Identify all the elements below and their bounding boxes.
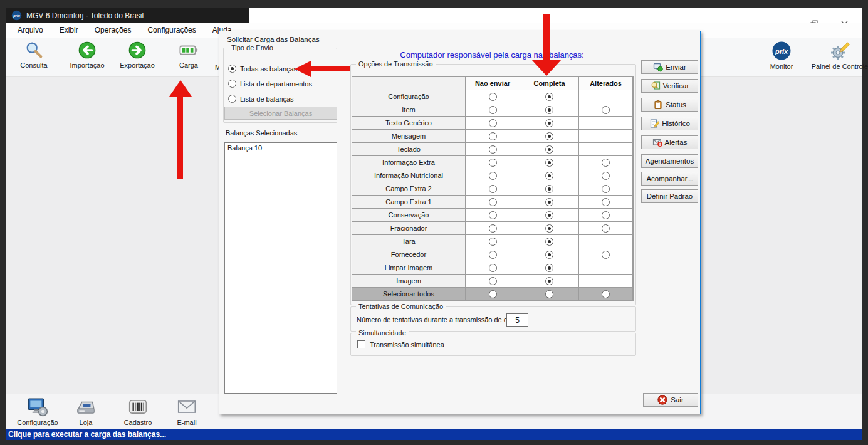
cell-item-nao-enviar[interactable] xyxy=(466,103,520,117)
bottom-item-cadastro[interactable]: Cadastro xyxy=(112,396,164,426)
cell-texto-generico-completa[interactable] xyxy=(520,117,579,130)
status-bar[interactable]: Clique para executar a carga das balança… xyxy=(6,429,862,440)
radio-informacao-extra-nao-enviar[interactable] xyxy=(489,159,497,167)
cell-campo-extra-2-alterados[interactable] xyxy=(579,182,633,196)
bottom-item-configuracao[interactable]: Configuração xyxy=(14,396,61,426)
radio-indicator[interactable] xyxy=(228,65,236,73)
cell-informacao-nutricional-alterados[interactable] xyxy=(579,169,633,182)
cell-informacao-nutricional-nao-enviar[interactable] xyxy=(466,169,520,182)
radio-conservacao-nao-enviar[interactable] xyxy=(489,211,497,219)
cell-mensagem-completa[interactable] xyxy=(520,130,579,143)
radio-fornecedor-completa[interactable] xyxy=(545,251,553,259)
cell-selecionar-todos-alterados[interactable] xyxy=(579,288,633,301)
radio-campo-extra-2-alterados[interactable] xyxy=(602,185,610,193)
cell-informacao-extra-completa[interactable] xyxy=(520,156,579,169)
cell-informacao-extra-nao-enviar[interactable] xyxy=(466,156,520,169)
cell-tara-completa[interactable] xyxy=(520,235,579,248)
cell-campo-extra-1-completa[interactable] xyxy=(520,196,579,209)
definir-padrao-button[interactable]: Definir Padrão xyxy=(641,189,698,203)
radio-item-completa[interactable] xyxy=(545,106,553,114)
radio-informacao-extra-completa[interactable] xyxy=(545,159,553,167)
cell-limpar-imagem-completa[interactable] xyxy=(520,261,579,275)
cell-teclado-completa[interactable] xyxy=(520,143,579,156)
cell-mensagem-nao-enviar[interactable] xyxy=(466,130,520,143)
radio-conservacao-completa[interactable] xyxy=(545,211,553,219)
status-button[interactable]: Status xyxy=(641,98,698,112)
toolbar-item-consulta[interactable]: Consulta xyxy=(11,41,56,69)
historico-button[interactable]: Histórico xyxy=(641,117,698,130)
cell-informacao-nutricional-completa[interactable] xyxy=(520,169,579,182)
radio-imagem-completa[interactable] xyxy=(545,277,553,285)
radio-campo-extra-1-nao-enviar[interactable] xyxy=(489,198,497,206)
cell-texto-generico-nao-enviar[interactable] xyxy=(466,117,520,130)
radio-teclado-completa[interactable] xyxy=(545,145,553,154)
cell-campo-extra-2-completa[interactable] xyxy=(520,182,579,196)
radio-tara-completa[interactable] xyxy=(545,238,553,246)
radio-fornecedor-nao-enviar[interactable] xyxy=(489,251,497,259)
radio-informacao-extra-alterados[interactable] xyxy=(602,159,610,167)
radio-mensagem-completa[interactable] xyxy=(545,132,553,140)
cell-conservacao-completa[interactable] xyxy=(520,209,579,222)
enviar-button[interactable]: Enviar xyxy=(641,60,698,74)
radio-campo-extra-1-alterados[interactable] xyxy=(602,198,610,206)
radio-teclado-nao-enviar[interactable] xyxy=(489,145,497,154)
cell-campo-extra-2-nao-enviar[interactable] xyxy=(466,182,520,196)
cell-fracionador-alterados[interactable] xyxy=(579,222,633,235)
cell-teclado-nao-enviar[interactable] xyxy=(466,143,520,156)
cell-conservacao-nao-enviar[interactable] xyxy=(466,209,520,222)
cell-item-completa[interactable] xyxy=(520,103,579,117)
toolbar-item-painel-de-controle[interactable]: Painel de Controle xyxy=(803,41,868,70)
cell-campo-extra-1-nao-enviar[interactable] xyxy=(466,196,520,209)
cell-informacao-extra-alterados[interactable] xyxy=(579,156,633,169)
radio-limpar-imagem-completa[interactable] xyxy=(545,264,553,272)
transmissao-simultanea-option[interactable]: Transmissão simultânea xyxy=(357,340,444,348)
cell-fracionador-nao-enviar[interactable] xyxy=(466,222,520,235)
radio-fornecedor-alterados[interactable] xyxy=(602,251,610,259)
cell-configuracao-nao-enviar[interactable] xyxy=(466,90,520,103)
cell-item-alterados[interactable] xyxy=(579,103,633,117)
cell-imagem-nao-enviar[interactable] xyxy=(466,275,520,288)
list-item-balanca-10[interactable]: Balança 10 xyxy=(225,143,337,153)
radio-informacao-nutricional-completa[interactable] xyxy=(545,172,553,180)
cell-fornecedor-nao-enviar[interactable] xyxy=(466,248,520,261)
radio-fracionador-alterados[interactable] xyxy=(602,224,610,233)
radio-campo-extra-2-completa[interactable] xyxy=(545,185,553,193)
menu-item-arquivo[interactable]: Arquivo xyxy=(18,26,43,34)
cell-configuracao-completa[interactable] xyxy=(520,90,579,103)
radio-configuracao-nao-enviar[interactable] xyxy=(489,93,497,101)
radio-texto-generico-completa[interactable] xyxy=(545,119,553,127)
acompanhar-button[interactable]: Acompanhar... xyxy=(641,172,698,186)
toolbar-item-carga[interactable]: Carga xyxy=(166,41,211,69)
cell-campo-extra-1-alterados[interactable] xyxy=(579,196,633,209)
radio-item-nao-enviar[interactable] xyxy=(489,106,497,114)
toolbar-item-exportacao[interactable]: Exportação xyxy=(115,41,160,69)
radio-tara-nao-enviar[interactable] xyxy=(489,238,497,246)
radio-campo-extra-2-nao-enviar[interactable] xyxy=(489,185,497,193)
toolbar-item-importacao[interactable]: Importação xyxy=(65,41,110,69)
radio-informacao-nutricional-nao-enviar[interactable] xyxy=(489,172,497,180)
radio-option-lista-de-departamentos[interactable]: Lista de departamentos xyxy=(228,80,312,88)
cell-limpar-imagem-nao-enviar[interactable] xyxy=(466,261,520,275)
radio-indicator[interactable] xyxy=(228,95,236,103)
radio-informacao-nutricional-alterados[interactable] xyxy=(602,172,610,180)
agendamentos-button[interactable]: Agendamentos xyxy=(641,154,698,168)
bottom-item-loja[interactable]: Loja xyxy=(61,396,110,426)
balancas-listbox[interactable]: Balança 10 xyxy=(224,142,337,394)
cell-imagem-completa[interactable] xyxy=(520,275,579,288)
radio-campo-extra-1-completa[interactable] xyxy=(545,198,553,206)
selecionar-balancas-button[interactable]: Selecionar Balanças xyxy=(224,107,337,120)
radio-imagem-nao-enviar[interactable] xyxy=(489,277,497,285)
radio-limpar-imagem-nao-enviar[interactable] xyxy=(489,264,497,272)
transmissao-simultanea-checkbox[interactable] xyxy=(357,340,365,348)
radio-option-lista-de-balancas[interactable]: Lista de balanças xyxy=(228,95,294,103)
toolbar-item-monitor[interactable]: prixMonitor xyxy=(758,41,805,70)
radio-item-alterados[interactable] xyxy=(602,106,610,114)
radio-configuracao-completa[interactable] xyxy=(545,93,553,101)
menu-item-exibir[interactable]: Exibir xyxy=(60,26,78,34)
bottom-item-e-mail[interactable]: E-mail xyxy=(162,396,212,426)
cell-fornecedor-alterados[interactable] xyxy=(579,248,633,261)
cell-conservacao-alterados[interactable] xyxy=(579,209,633,222)
radio-conservacao-alterados[interactable] xyxy=(602,211,610,219)
alertas-button[interactable]: Alertas xyxy=(641,135,698,149)
radio-fracionador-completa[interactable] xyxy=(545,224,553,233)
